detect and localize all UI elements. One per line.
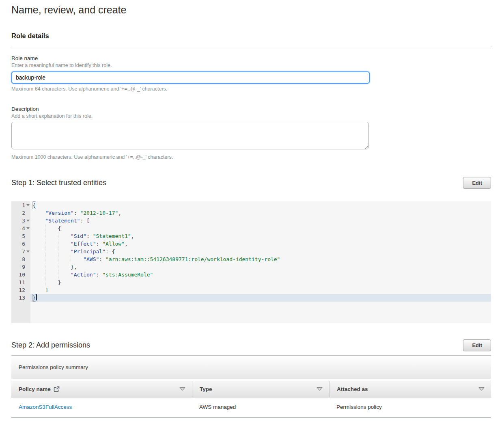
line-number: 7	[11, 248, 30, 255]
line-number: 2	[11, 209, 30, 217]
fold-toggle-icon[interactable]	[25, 217, 30, 225]
code-line[interactable]: 12]	[11, 286, 491, 294]
column-label: Attached as	[337, 386, 368, 392]
line-number: 11	[11, 279, 30, 286]
table-row: AmazonS3FullAccess AWS managed Permissio…	[11, 397, 491, 418]
fold-toggle-icon[interactable]	[25, 248, 30, 255]
line-number: 3	[11, 217, 30, 225]
divider	[11, 48, 491, 48]
role-name-hint: Enter a meaningful name to identify this…	[11, 63, 491, 68]
description-textarea[interactable]	[11, 122, 369, 149]
code-text: {	[30, 201, 491, 209]
step2-heading: Step 2: Add permissions	[11, 341, 90, 350]
code-line[interactable]: 10"Action": "sts:AssumeRole"	[11, 271, 491, 279]
code-text: "Principal": {	[30, 248, 491, 255]
column-header-policy-name[interactable]: Policy name	[11, 381, 192, 397]
step1-header-row: Step 1: Select trusted entities Edit	[11, 177, 491, 189]
description-label: Description	[11, 106, 491, 112]
description-constraint: Maximum 1000 characters. Use alphanumeri…	[11, 154, 491, 160]
role-name-input[interactable]	[11, 71, 370, 84]
code-text: "Statement": [	[30, 217, 491, 225]
code-line[interactable]: 1{	[11, 201, 491, 209]
code-text: ]	[30, 286, 491, 294]
fold-toggle-icon[interactable]	[25, 201, 30, 209]
role-name-constraint: Maximum 64 characters. Use alphanumeric …	[11, 86, 491, 92]
code-line[interactable]: 4{	[11, 225, 491, 232]
editor-lines: 1{2"Version": "2012-10-17",3"Statement":…	[11, 201, 491, 302]
policy-name-link[interactable]: AmazonS3FullAccess	[19, 404, 72, 410]
column-label: Type	[200, 386, 212, 392]
page-title: Name, review, and create	[11, 0, 491, 16]
line-number: 10	[11, 271, 30, 279]
code-text: },	[30, 263, 491, 271]
line-number: 9	[11, 263, 30, 271]
code-line[interactable]: 11}	[11, 279, 491, 286]
code-line[interactable]: 6"Effect": "Allow",	[11, 240, 491, 248]
external-link-icon	[54, 386, 60, 392]
code-text: "Action": "sts:AssumeRole"	[30, 271, 491, 279]
step2-edit-button[interactable]: Edit	[463, 339, 491, 351]
code-line[interactable]: 13}	[11, 294, 491, 302]
line-number: 1	[11, 201, 30, 209]
code-text: }	[30, 294, 491, 302]
code-text: "Version": "2012-10-17",	[30, 209, 491, 217]
attached-as-cell: Permissions policy	[329, 404, 491, 410]
fold-toggle-icon[interactable]	[25, 225, 30, 232]
code-text: }	[30, 279, 491, 286]
permissions-table-header: Policy name Type Attached as	[11, 381, 491, 397]
permissions-summary-title: Permissions policy summary	[19, 364, 88, 370]
policy-type-cell: AWS managed	[192, 404, 329, 410]
description-hint: Add a short explanation for this role.	[11, 113, 491, 119]
line-number: 12	[11, 286, 30, 294]
step1-heading: Step 1: Select trusted entities	[11, 179, 106, 187]
code-line[interactable]: 8"AWS": "arn:aws:iam::541263489771:role/…	[11, 255, 491, 263]
trust-policy-json-editor[interactable]: 1{2"Version": "2012-10-17",3"Statement":…	[11, 201, 491, 323]
column-header-type[interactable]: Type	[192, 381, 329, 397]
sort-icon[interactable]	[179, 387, 185, 391]
line-number: 4	[11, 225, 30, 232]
code-text: {	[30, 225, 491, 232]
line-number: 6	[11, 240, 30, 248]
role-name-label: Role name	[11, 55, 491, 61]
line-number: 13	[11, 294, 30, 302]
role-details-heading: Role details	[11, 32, 491, 40]
step2-header-row: Step 2: Add permissions Edit	[11, 339, 491, 351]
permissions-summary-panel: Permissions policy summary	[11, 356, 491, 379]
column-label: Policy name	[19, 386, 51, 392]
code-line[interactable]: 5"Sid": "Statement1",	[11, 232, 491, 240]
code-line[interactable]: 2"Version": "2012-10-17",	[11, 209, 491, 217]
code-line[interactable]: 9},	[11, 263, 491, 271]
code-text: "Sid": "Statement1",	[30, 232, 491, 240]
step1-edit-button[interactable]: Edit	[463, 177, 491, 189]
policy-name-cell: AmazonS3FullAccess	[11, 404, 192, 410]
column-header-attached-as[interactable]: Attached as	[329, 381, 491, 397]
sort-icon[interactable]	[478, 387, 485, 391]
sort-icon[interactable]	[317, 387, 323, 391]
code-text: "AWS": "arn:aws:iam::541263489771:role/w…	[30, 255, 491, 263]
page-content: Name, review, and create Role details Ro…	[0, 0, 504, 418]
code-line[interactable]: 7"Principal": {	[11, 248, 491, 255]
line-number: 8	[11, 255, 30, 263]
line-number: 5	[11, 232, 30, 240]
code-text: "Effect": "Allow",	[30, 240, 491, 248]
code-line[interactable]: 3"Statement": [	[11, 217, 491, 225]
